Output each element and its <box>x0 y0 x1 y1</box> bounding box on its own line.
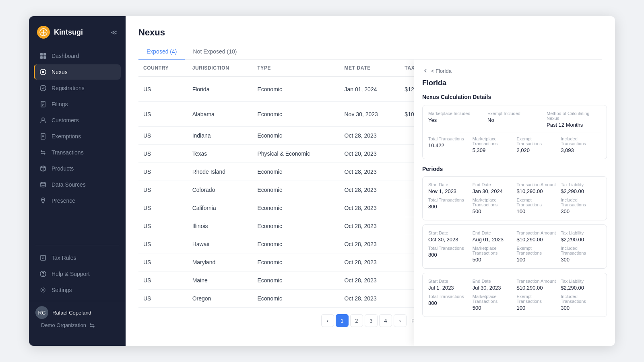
tab-not-exposed[interactable]: Not Exposed (10) <box>185 44 245 60</box>
row-country: US <box>138 253 188 272</box>
row-met-date: Oct 28, 2023 <box>340 253 400 272</box>
period-tax-liability: Tax Liability $2,290.00 <box>561 230 601 243</box>
period-total-tx: Total Transactions 800 <box>428 246 469 263</box>
exempt-tx-field: Exempt Transactions 2,020 <box>517 136 557 153</box>
sidebar-item-label: Registrations <box>52 85 85 91</box>
sidebar-item-label: Dashboard <box>52 53 79 59</box>
page-title: Nexus <box>138 27 602 38</box>
panel-back-button[interactable]: < Florida <box>422 68 607 74</box>
swap-icon <box>89 323 95 328</box>
sidebar-item-nexus[interactable]: Nexus <box>34 64 121 80</box>
sidebar-item-label: Data Sources <box>52 181 86 188</box>
period-card: Start Date Nov 1, 2023 End Date Jan 30, … <box>422 176 607 220</box>
period-dates: Start Date Oct 30, 2023 End Date Aug 01,… <box>428 230 601 243</box>
exemptions-icon <box>39 133 47 140</box>
col-type: TYPE <box>252 60 339 77</box>
period-total-tx: Total Transactions 800 <box>428 294 469 311</box>
avatar: RC <box>35 306 48 319</box>
sidebar-item-label: Customers <box>52 117 79 123</box>
page-1-button[interactable]: 1 <box>336 314 349 327</box>
row-jurisdiction: Indiana <box>188 127 253 145</box>
period-marketplace-tx: Marketplace Transactions 500 <box>473 197 513 214</box>
svg-rect-3 <box>40 56 43 59</box>
sidebar-item-label: Presence <box>52 197 75 204</box>
transactions-icon <box>39 149 47 156</box>
sidebar-item-filings[interactable]: Filings <box>34 97 121 112</box>
col-country: COUNTRY <box>138 60 188 77</box>
sidebar-item-tax-rules[interactable]: Tax Rules <box>34 250 121 265</box>
sidebar-item-label: Products <box>52 165 74 172</box>
next-page-button[interactable]: › <box>394 314 407 327</box>
sidebar-item-exemptions[interactable]: Exemptions <box>34 129 121 144</box>
page-3-button[interactable]: 3 <box>365 314 378 327</box>
end-date-label: End Date <box>473 230 513 235</box>
period-marketplace-tx: Marketplace Transactions 500 <box>473 294 513 311</box>
org-name: Demo Organization <box>41 322 86 328</box>
sidebar-item-dashboard[interactable]: Dashboard <box>34 48 121 64</box>
period-start-date: Start Date Nov 1, 2023 <box>428 182 469 194</box>
row-type: Economic <box>252 77 339 102</box>
sidebar-item-label: Tax Rules <box>52 255 76 261</box>
marketplace-tx-value: 500 <box>473 208 513 214</box>
svg-rect-13 <box>41 255 45 260</box>
page-2-button[interactable]: 2 <box>350 314 363 327</box>
svg-rect-2 <box>43 53 46 56</box>
included-tx-label: Included Transactions <box>561 246 601 255</box>
prev-page-button[interactable]: ‹ <box>321 314 334 327</box>
col-jurisdiction: JURISDICTION <box>188 60 253 77</box>
settings-icon <box>39 286 47 294</box>
tx-amount-value: $10,290.00 <box>517 188 557 194</box>
row-country: US <box>138 272 188 290</box>
method-field: Method of Calculating Nexus Past 12 Mont… <box>547 111 601 128</box>
app-name: Kintsugi <box>54 28 83 37</box>
tx-amount-label: Transaction Amount <box>517 230 557 235</box>
sidebar-item-products[interactable]: Products <box>34 161 121 176</box>
tax-liability-value: $2,290.00 <box>561 188 601 194</box>
start-date-label: Start Date <box>428 182 469 187</box>
sidebar-item-settings[interactable]: Settings <box>34 282 121 298</box>
marketplace-tx-label: Marketplace Transactions <box>473 197 513 207</box>
col-met-date: MET DATE <box>340 60 400 77</box>
svg-point-9 <box>42 118 44 120</box>
sidebar-item-customers[interactable]: Customers <box>34 113 121 128</box>
row-met-date: Nov 30, 2023 <box>340 102 400 127</box>
row-type: Economic <box>252 253 339 272</box>
sidebar-item-label: Filings <box>52 101 68 107</box>
period-exempt-tx: Exempt Transactions 100 <box>517 294 557 311</box>
sidebar: Kintsugi ≪ Dashboard <box>29 16 126 346</box>
row-met-date: Oct 28, 2023 <box>340 127 400 145</box>
logo-icon <box>37 26 50 39</box>
row-type: Economic <box>252 235 339 253</box>
row-type: Economic <box>252 163 339 181</box>
page-4-button[interactable]: 4 <box>379 314 392 327</box>
row-met-date: Oct 28, 2023 <box>340 217 400 235</box>
sidebar-item-presence[interactable]: Presence <box>34 193 121 208</box>
exempt-tx-value: 100 <box>517 208 557 214</box>
sidebar-item-help-support[interactable]: Help & Support <box>34 266 121 282</box>
period-total-tx: Total Transactions 800 <box>428 197 469 214</box>
period-tax-liability: Tax Liability $2,290.00 <box>561 279 601 291</box>
sidebar-item-registrations[interactable]: Registrations <box>34 80 121 96</box>
tab-exposed[interactable]: Exposed (4) <box>138 44 185 60</box>
total-tx-label: Total Transactions <box>428 197 469 202</box>
table-container: COUNTRY JURISDICTION TYPE MET DATE TAX L… <box>126 60 615 346</box>
row-type: Economic <box>252 127 339 145</box>
row-met-date: Oct 28, 2023 <box>340 199 400 217</box>
row-met-date: Oct 28, 2023 <box>340 163 400 181</box>
included-tx-label: Included Transactions <box>561 294 601 304</box>
period-exempt-tx: Exempt Transactions 100 <box>517 197 557 214</box>
sidebar-logo: Kintsugi <box>37 26 83 39</box>
included-tx-value: 300 <box>561 305 601 311</box>
marketplace-tx-label: Marketplace Transactions <box>473 246 513 255</box>
start-date-value: Jul 1, 2023 <box>428 285 469 291</box>
tax-liability-value: $2,290.00 <box>561 285 601 291</box>
row-jurisdiction: Maine <box>188 272 253 290</box>
sidebar-item-data-sources[interactable]: Data Sources <box>34 177 121 192</box>
dashboard-icon <box>39 52 47 60</box>
collapse-button[interactable]: ≪ <box>111 29 118 36</box>
sidebar-item-transactions[interactable]: Transactions <box>34 145 121 160</box>
main-content: Nexus Exposed (4) Not Exposed (10) COUNT… <box>126 16 615 346</box>
tx-amount-value: $10,290.00 <box>517 285 557 291</box>
svg-point-15 <box>43 276 43 276</box>
panel-back-label: < Florida <box>431 68 452 74</box>
